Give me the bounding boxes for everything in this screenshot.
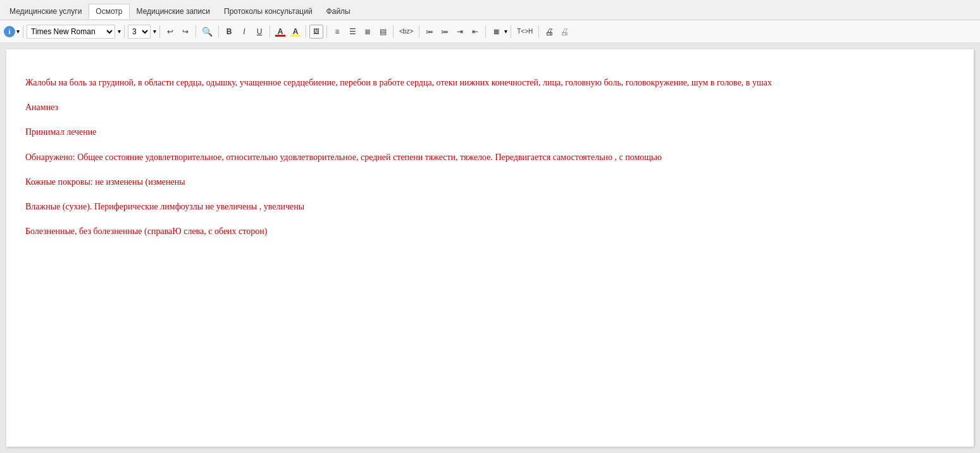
- align-justify-button[interactable]: ▤: [376, 25, 390, 39]
- align-right-button[interactable]: ≣: [361, 25, 375, 39]
- line-5[interactable]: Кожные покровы: не изменены (изменены: [25, 174, 955, 190]
- editor-wrapper: Жалобы на боль за грудиной, в области се…: [0, 43, 980, 453]
- toolbar-info-group: i ▾: [4, 26, 20, 37]
- align-left-button[interactable]: ≡: [330, 25, 344, 39]
- tab-medical-records[interactable]: Медицинские записи: [130, 4, 218, 18]
- font-color-indicator: [275, 35, 285, 37]
- tab-bar: Медицинские услуги Осмотр Медицинские за…: [0, 0, 980, 20]
- info-icon[interactable]: i: [4, 26, 15, 37]
- highlight-color-indicator: [290, 35, 301, 37]
- table-button[interactable]: ▦: [489, 25, 503, 39]
- print-button[interactable]: 🖨: [542, 25, 556, 39]
- font-color-button[interactable]: A: [273, 25, 287, 39]
- editor-page[interactable]: Жалобы на боль за грудиной, в области се…: [6, 49, 974, 447]
- sep8: [326, 25, 327, 38]
- align-center-button[interactable]: ☰: [345, 25, 359, 39]
- highlight-color-button[interactable]: A: [288, 25, 302, 39]
- image-button[interactable]: 🖼: [309, 25, 323, 39]
- tab-osmotr[interactable]: Осмотр: [89, 4, 129, 19]
- sep12: [511, 25, 511, 38]
- sep9: [393, 25, 394, 38]
- sep10: [419, 25, 419, 38]
- underline-button[interactable]: U: [252, 25, 266, 39]
- undo-button[interactable]: ↩: [163, 25, 177, 39]
- find-button[interactable]: 🔍: [199, 25, 215, 39]
- bold-button[interactable]: B: [222, 25, 236, 39]
- line-3[interactable]: Принимал лечение: [25, 124, 955, 140]
- unordered-list-button[interactable]: ≔: [423, 25, 437, 39]
- toolbar: i ▾ Times New Roman Arial Verdana ▾ 1 2 …: [0, 20, 980, 43]
- tab-files[interactable]: Файлы: [319, 4, 357, 18]
- sep2: [124, 25, 125, 38]
- italic-button[interactable]: I: [237, 25, 251, 39]
- size-arrow: ▾: [153, 28, 156, 35]
- tab-medical-services[interactable]: Медицинские услуги: [3, 4, 89, 18]
- tc-h-button[interactable]: T<>H: [514, 25, 535, 39]
- font-family-select[interactable]: Times New Roman Arial Verdana: [27, 25, 115, 39]
- sep13: [538, 25, 539, 38]
- app-container: Медицинские услуги Осмотр Медицинские за…: [0, 0, 980, 453]
- html-tag-button[interactable]: <bz>: [397, 25, 416, 39]
- ordered-list-button[interactable]: ≔: [438, 25, 452, 39]
- sep4: [195, 25, 196, 38]
- tab-consultation-protocols[interactable]: Протоколы консультаций: [217, 4, 319, 18]
- line-7[interactable]: Болезненные, без болезненные (справаЮ сл…: [25, 223, 955, 239]
- copy-button[interactable]: 🖨: [557, 25, 571, 39]
- sep11: [485, 25, 486, 38]
- line-6[interactable]: Влажные (сухие). Периферические лимфоузл…: [25, 199, 955, 214]
- outdent-button[interactable]: ⇤: [468, 25, 482, 39]
- font-size-select[interactable]: 1 2 3 4 5: [128, 25, 151, 39]
- line-4[interactable]: Обнаружено: Общее состояние удовлетворит…: [25, 149, 955, 165]
- sep3: [159, 25, 160, 38]
- line-2[interactable]: Анамнез: [25, 99, 955, 115]
- toolbar-arrow: ▾: [16, 28, 20, 35]
- sep7: [306, 25, 306, 38]
- sep1: [23, 25, 23, 38]
- redo-button[interactable]: ↪: [178, 25, 192, 39]
- sep6: [270, 25, 270, 38]
- table-arrow: ▾: [504, 28, 507, 35]
- indent-button[interactable]: ⇥: [453, 25, 467, 39]
- line-1[interactable]: Жалобы на боль за грудиной, в области се…: [25, 75, 955, 90]
- sep5: [218, 25, 219, 38]
- font-arrow: ▾: [118, 28, 121, 35]
